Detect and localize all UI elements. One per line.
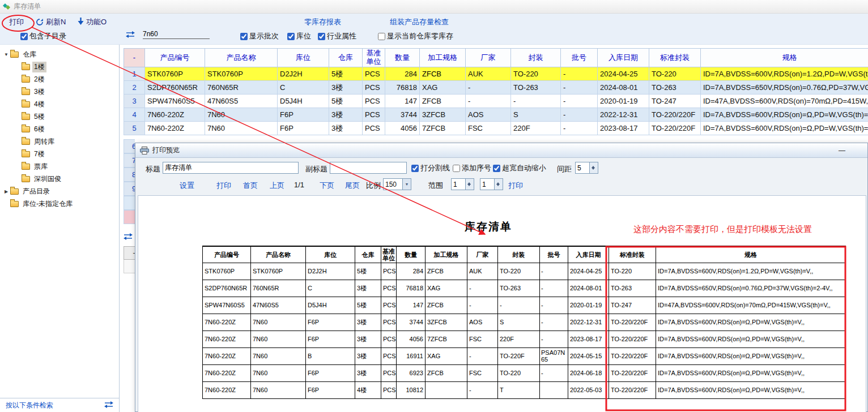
grid-cell[interactable]: ID=47A,BVDSS=600V,RDS(on)=70mΩ,PD=415W,V…	[701, 95, 868, 108]
inventory-col-header[interactable]: 产品编号	[145, 49, 205, 67]
grid-cell[interactable]: 3ZFCB	[420, 108, 466, 122]
range-to-input[interactable]	[480, 178, 495, 190]
last-page-button[interactable]: 尾页	[345, 181, 360, 191]
inventory-col-header[interactable]: 标准封装	[649, 49, 701, 67]
row-number-cell[interactable]: 5	[124, 122, 145, 135]
table-row[interactable]: 3SPW47N60S547N60S5D5J4H5楼PCS147ZFCB---20…	[124, 95, 868, 108]
grid-cell[interactable]: S	[511, 108, 561, 122]
grid-cell[interactable]: TO-220	[511, 67, 561, 81]
inventory-col-header[interactable]: -	[124, 49, 145, 67]
inventory-col-header[interactable]: 封装	[511, 49, 561, 67]
sidebar-item-票库[interactable]: 票库	[0, 160, 119, 173]
grid-cell[interactable]: -	[561, 95, 598, 108]
show-batch-checkbox[interactable]: 显示批次	[240, 31, 279, 41]
divider-input[interactable]	[411, 165, 419, 172]
include-subdirs-input[interactable]	[20, 33, 28, 40]
range-from-stepper[interactable]	[451, 178, 474, 190]
next-page-button[interactable]: 下页	[320, 181, 334, 191]
grid-cell[interactable]: XAG	[420, 81, 466, 95]
grid-cell[interactable]: 2024-04-25	[598, 67, 649, 81]
grid-cell[interactable]: -	[561, 108, 598, 122]
grid-cell[interactable]: -	[561, 81, 598, 95]
autoshrink-checkbox[interactable]: 超宽自动缩小	[493, 163, 546, 173]
row-number-cell[interactable]: 3	[124, 95, 145, 108]
table-row[interactable]: 47N60-220Z7N60F6P3楼PCS37443ZFCBAOSS-2022…	[124, 108, 868, 122]
grid-cell[interactable]: -	[561, 67, 598, 81]
report-subtitle-input[interactable]	[330, 162, 407, 174]
sidebar-item-4楼[interactable]: 4楼	[0, 98, 119, 110]
row-number-cell[interactable]: 1	[124, 67, 145, 81]
inventory-col-header[interactable]: 库位	[278, 49, 329, 67]
grid-cell[interactable]: 76818	[385, 81, 420, 95]
grid-cell[interactable]: 2023-08-17	[598, 122, 649, 135]
sidebar-item-深圳国俊[interactable]: 深圳国俊	[0, 173, 119, 185]
grid-cell[interactable]: 2020-01-19	[598, 95, 649, 108]
spacing-stepper[interactable]	[575, 162, 598, 174]
grid-cell[interactable]: ID=7A,BVDSS=650V,RDS(on)=0.76Ω,PD=37W,VG…	[701, 81, 868, 95]
grid-cell[interactable]: ID=7A,BVDSS=600V,RDS(on)=Ω,PD=W,VGS(th)=…	[701, 122, 868, 135]
sidebar-item-2楼[interactable]: 2楼	[0, 73, 119, 85]
grid-cell[interactable]: 4056	[385, 122, 420, 135]
grid-cell[interactable]: C	[278, 81, 329, 95]
grid-cell[interactable]: ZFCB	[420, 95, 466, 108]
grid-cell[interactable]: PCS	[363, 95, 385, 108]
grid-cell[interactable]: ID=7A,BVDSS=600V,RDS(on)=Ω,PD=W,VGS(th)=…	[701, 108, 868, 122]
inventory-col-header[interactable]: 批号	[561, 49, 598, 67]
grid-cell[interactable]: PCS	[363, 108, 385, 122]
inventory-col-header[interactable]: 数量	[385, 49, 420, 67]
sidebar-item-product-catalog[interactable]: ▶ 产品目录	[0, 185, 119, 198]
grid-cell[interactable]: 760N65R	[205, 81, 278, 95]
location-input[interactable]	[287, 33, 295, 40]
sidebar-item-周转库[interactable]: 周转库	[0, 135, 119, 148]
grid-cell[interactable]: S2DP760N65R	[145, 81, 205, 95]
spin-down-icon[interactable]	[590, 168, 598, 174]
functions-button[interactable]: 功能O	[86, 17, 107, 27]
grid-cell[interactable]: -	[466, 81, 511, 95]
collapse-arrow-icon[interactable]: ▶	[3, 189, 10, 194]
range-from-input[interactable]	[451, 178, 466, 190]
include-subdirs-checkbox[interactable]: 包含子目录	[20, 31, 66, 41]
search-conditions-label[interactable]: 按以下条件检索	[6, 401, 53, 410]
industry-attr-input[interactable]	[318, 33, 325, 40]
row-number-cell[interactable]: 9	[124, 182, 135, 196]
grid-cell[interactable]: 2022-12-31	[598, 108, 649, 122]
grid-cell[interactable]: 3楼	[329, 81, 363, 95]
sidebar-item-7楼[interactable]: 7楼	[0, 148, 119, 160]
grid-cell[interactable]: -	[466, 95, 511, 108]
print-button[interactable]: 打印	[216, 181, 231, 191]
row-number-cell[interactable]: 4	[124, 108, 145, 122]
grid-cell[interactable]: SPW47N60S5	[145, 95, 205, 108]
grid-cell[interactable]: -	[511, 95, 561, 108]
grid-cell[interactable]: TO-247	[649, 95, 701, 108]
grid-cell[interactable]: 2024-08-01	[598, 81, 649, 95]
grid-cell[interactable]: TO-263	[649, 81, 701, 95]
grid-cell[interactable]: 284	[385, 67, 420, 81]
swap-icon[interactable]	[104, 401, 113, 410]
grid-cell[interactable]: TO-263	[511, 81, 561, 95]
grid-cell[interactable]: 3744	[385, 108, 420, 122]
grid-cell[interactable]: 7N60-220Z	[145, 122, 205, 135]
row-number-cell[interactable]: 7	[124, 153, 135, 168]
grid-cell[interactable]: 7ZFCB	[420, 122, 466, 135]
grid-cell[interactable]: AUK	[466, 67, 511, 81]
spacing-input[interactable]	[575, 162, 590, 174]
spin-down-icon[interactable]	[495, 184, 503, 190]
scale-select[interactable]: 150 ▼	[383, 178, 411, 190]
show-batch-input[interactable]	[240, 33, 248, 40]
grid-cell[interactable]: D5J4H	[278, 95, 329, 108]
grid-cell[interactable]: 5楼	[329, 95, 363, 108]
grid-cell[interactable]: PCS	[363, 67, 385, 81]
grid-cell[interactable]: ZFCB	[420, 67, 466, 81]
grid-cell[interactable]: TO-220/220F	[649, 108, 701, 122]
sidebar-item-6楼[interactable]: 6楼	[0, 123, 119, 135]
table-row[interactable]: 1STK0760PSTK0760PD2J2H5楼PCS284ZFCBAUKTO-…	[124, 67, 868, 81]
row-number-cell[interactable]: 6	[124, 139, 135, 153]
grid-cell[interactable]: 7N60	[205, 122, 278, 135]
prev-page-button[interactable]: 上页	[270, 181, 284, 191]
location-checkbox[interactable]: 库位	[287, 31, 311, 41]
grid-cell[interactable]: AOS	[466, 108, 511, 122]
print-button[interactable]: 打印	[9, 17, 24, 27]
minimize-button[interactable]: —	[836, 145, 848, 156]
sidebar-item-warehouse-root[interactable]: ▼ 仓库	[0, 48, 119, 61]
dialog-titlebar[interactable]: 打印预览	[135, 143, 867, 158]
